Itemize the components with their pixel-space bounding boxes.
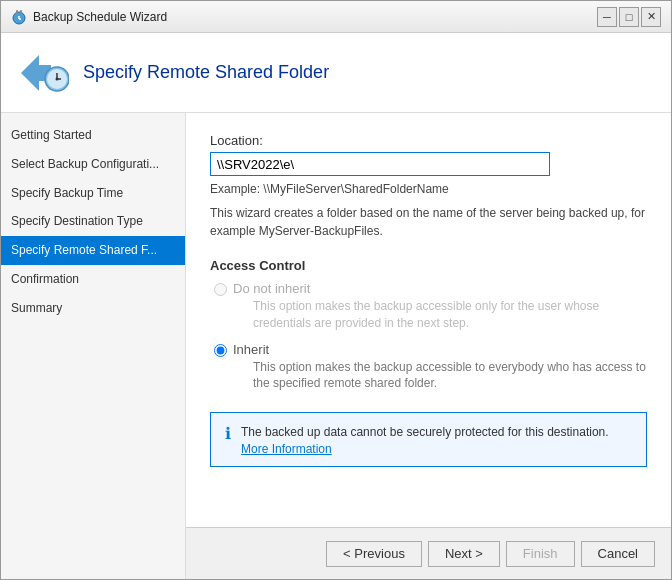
sidebar-item-specify-remote-shared[interactable]: Specify Remote Shared F... <box>1 236 185 265</box>
inherit-desc: This option makes the backup accessible … <box>253 359 647 393</box>
title-bar: Backup Schedule Wizard ─ □ ✕ <box>1 1 671 33</box>
inherit-label: Inherit <box>233 342 269 357</box>
do-not-inherit-radio[interactable] <box>214 283 227 296</box>
access-control-label: Access Control <box>210 258 647 273</box>
cancel-button[interactable]: Cancel <box>581 541 655 567</box>
window-title: Backup Schedule Wizard <box>33 10 167 24</box>
svg-rect-2 <box>20 10 22 14</box>
sidebar-item-summary[interactable]: Summary <box>1 294 185 323</box>
next-button[interactable]: Next > <box>428 541 500 567</box>
sidebar: Getting Started Select Backup Configurat… <box>1 113 186 579</box>
do-not-inherit-desc: This option makes the backup accessible … <box>253 298 647 332</box>
inherit-radio[interactable] <box>214 344 227 357</box>
svg-point-10 <box>56 77 59 80</box>
location-input[interactable] <box>210 152 550 176</box>
header-band: Specify Remote Shared Folder <box>1 33 671 113</box>
finish-button[interactable]: Finish <box>506 541 575 567</box>
minimize-button[interactable]: ─ <box>597 7 617 27</box>
radio-group: Do not inherit This option makes the bac… <box>214 281 647 392</box>
example-text: Example: \\MyFileServer\SharedFolderName <box>210 182 647 196</box>
location-label: Location: <box>210 133 647 148</box>
wizard-header-icon <box>21 49 69 97</box>
sidebar-item-specify-destination-type[interactable]: Specify Destination Type <box>1 207 185 236</box>
page-title: Specify Remote Shared Folder <box>83 62 329 83</box>
info-text: The backed up data cannot be securely pr… <box>241 423 609 441</box>
sidebar-item-specify-backup-time[interactable]: Specify Backup Time <box>1 179 185 208</box>
close-button[interactable]: ✕ <box>641 7 661 27</box>
previous-button[interactable]: < Previous <box>326 541 422 567</box>
info-icon: ℹ <box>225 424 231 443</box>
panel-content: Location: Example: \\MyFileServer\Shared… <box>186 113 671 527</box>
footer: < Previous Next > Finish Cancel <box>186 527 671 579</box>
do-not-inherit-label: Do not inherit <box>233 281 310 296</box>
svg-rect-1 <box>16 10 18 14</box>
sidebar-item-getting-started[interactable]: Getting Started <box>1 121 185 150</box>
body-area: Getting Started Select Backup Configurat… <box>1 113 671 579</box>
more-info-link[interactable]: More Information <box>241 442 332 456</box>
info-box: ℹ The backed up data cannot be securely … <box>210 412 647 467</box>
maximize-button[interactable]: □ <box>619 7 639 27</box>
sidebar-item-select-backup-config[interactable]: Select Backup Configurati... <box>1 150 185 179</box>
right-panel: Location: Example: \\MyFileServer\Shared… <box>186 113 671 579</box>
radio-inherit: Inherit This option makes the backup acc… <box>214 342 647 393</box>
window: Backup Schedule Wizard ─ □ ✕ Specify Rem <box>0 0 672 580</box>
description-text: This wizard creates a folder based on th… <box>210 204 647 240</box>
sidebar-item-confirmation[interactable]: Confirmation <box>1 265 185 294</box>
radio-do-not-inherit: Do not inherit This option makes the bac… <box>214 281 647 332</box>
window-controls: ─ □ ✕ <box>597 7 661 27</box>
app-icon <box>11 9 27 25</box>
